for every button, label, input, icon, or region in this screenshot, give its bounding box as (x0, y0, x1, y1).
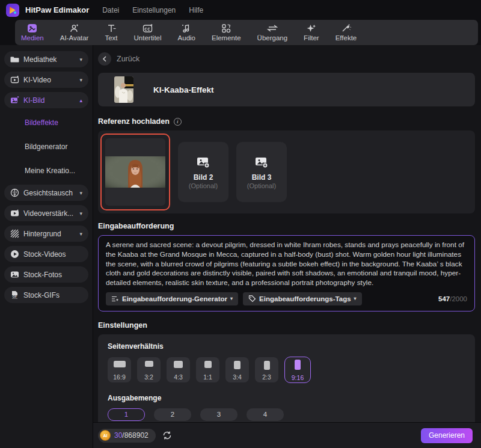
ai-coin-icon: AI (100, 430, 111, 441)
photo-icon (10, 270, 19, 279)
ratio-shape (174, 361, 183, 368)
transition-icon (267, 23, 278, 33)
effect-thumbnail (114, 76, 133, 103)
quantity-heading: Ausgabemenge (108, 394, 465, 402)
upload-slot-3[interactable]: Bild 3 (Optional) (236, 142, 287, 202)
svg-text:GIF: GIF (13, 295, 17, 298)
chevron-down-icon: ▾ (230, 296, 233, 301)
tab-uebergang[interactable]: Übergang (255, 23, 290, 41)
reference-upload-card: Bild 2 (Optional) Bild 3 (Optional) (98, 130, 475, 213)
slot-label: Bild 3 (252, 173, 272, 182)
sidebar-item-bildgenerator[interactable]: Bildgenerator (4, 137, 88, 156)
avatar-icon (69, 23, 79, 33)
refresh-icon[interactable] (162, 431, 172, 440)
ratio-shape (234, 361, 240, 369)
ratio-shape (204, 361, 212, 368)
quantity-2-button[interactable]: 2 (154, 408, 191, 421)
tab-elemente[interactable]: Elemente (209, 23, 244, 41)
menu-datei[interactable]: Datei (102, 6, 119, 14)
video-plus-icon (10, 75, 19, 84)
upload-heading: Referenz hochladen (98, 117, 170, 126)
folder-icon (10, 55, 19, 64)
aspect-ratio-1-1[interactable]: 1:1 (196, 357, 219, 382)
menu-einstellungen[interactable]: Einstellungen (132, 6, 176, 14)
aspect-ratio-3-4[interactable]: 3:4 (225, 357, 249, 382)
tab-untertitel[interactable]: Untertitel (132, 23, 164, 41)
effects-icon (341, 23, 351, 33)
sidebar-item-meine-kreationen[interactable]: Meine Kreatio... (4, 161, 88, 180)
sidebar-item-ki-video[interactable]: KI-Video ▾ (4, 72, 88, 88)
settings-card: Seitenverhältnis 16:9 3:2 4:3 (98, 334, 475, 422)
tab-text[interactable]: Text (102, 23, 120, 41)
sidebar-item-stock-fotos[interactable]: Stock-Fotos (4, 266, 88, 283)
back-button[interactable] (98, 52, 111, 66)
sidebar-item-stock-videos[interactable]: Stock-Videos (4, 246, 88, 262)
tab-ai-avatar[interactable]: AI-Avatar (58, 23, 91, 41)
generate-button[interactable]: Generieren (421, 428, 473, 443)
sidebar-item-ki-bild[interactable]: KI-Bild ▴ (4, 92, 88, 108)
play-circle-icon (10, 250, 19, 259)
selection-highlight (100, 133, 170, 210)
aspect-ratio-4-3[interactable]: 4:3 (167, 357, 190, 382)
credits-counter: 30/868902 (114, 431, 149, 440)
add-image-icon (254, 155, 269, 170)
chevron-down-icon: ▾ (79, 77, 82, 83)
prompt-generator-dropdown[interactable]: Eingabeaufforderung-Generator ▾ (106, 292, 238, 305)
sidebar-item-bildeffekte[interactable]: Bildeffekte (4, 112, 88, 132)
prompt-tags-dropdown[interactable]: Eingabeaufforderungs-Tags ▾ (243, 292, 362, 305)
face-swap-icon (10, 188, 19, 197)
back-label[interactable]: Zurück (117, 55, 139, 63)
menubar: HitPaw Edimakor Datei Einstellungen Hilf… (0, 0, 481, 20)
chevron-down-icon: ▾ (79, 231, 82, 237)
footer-bar: AI 30/868902 Generieren (93, 422, 481, 448)
upload-slot-1-filled[interactable] (105, 138, 165, 206)
sidebar: Mediathek ▾ KI-Video ▾ KI-Bild ▴ Bildeff… (0, 45, 93, 448)
app-logo-icon (6, 4, 19, 17)
aspect-ratio-16-9[interactable]: 16:9 (108, 357, 131, 382)
aspect-ratio-3-2[interactable]: 3:2 (137, 357, 161, 382)
chevron-down-icon: ▾ (354, 296, 357, 301)
upload-slot-2[interactable]: Bild 2 (Optional) (178, 142, 228, 202)
sidebar-item-mediathek[interactable]: Mediathek ▾ (4, 51, 88, 67)
text-icon (106, 23, 117, 33)
quantity-3-button[interactable]: 3 (200, 408, 237, 421)
aspect-ratio-heading: Seitenverhältnis (108, 342, 465, 351)
tab-audio[interactable]: Audio (176, 23, 198, 41)
effect-title: KI-Kaaba-Effekt (153, 85, 214, 94)
ratio-shape (145, 361, 153, 367)
sidebar-item-videoverstaerker[interactable]: Videoverstärk... ▾ (4, 205, 88, 221)
prompt-textarea[interactable]: A serene and sacred scene: a devout pilg… (106, 241, 467, 288)
chevron-down-icon: ▾ (79, 190, 82, 196)
char-counter: 547/2000 (438, 295, 467, 302)
aspect-ratio-2-3[interactable]: 2:3 (255, 357, 278, 382)
slot-sublabel: (Optional) (189, 182, 218, 189)
add-image-icon (196, 155, 210, 170)
gif-icon: GIF (10, 290, 19, 299)
elements-icon (221, 23, 231, 33)
video-enhance-icon (10, 209, 19, 218)
image-plus-icon (10, 96, 19, 105)
tab-effekte[interactable]: Effekte (333, 23, 360, 41)
tab-medien[interactable]: Medien (19, 23, 46, 41)
menu-hilfe[interactable]: Hilfe (189, 6, 203, 14)
quantity-4-button[interactable]: 4 (247, 408, 284, 421)
info-icon[interactable]: i (174, 118, 182, 126)
slot-sublabel: (Optional) (247, 182, 276, 189)
main-toolbar: Medien AI-Avatar Text Untertitel Audio E… (15, 20, 478, 45)
prompt-box: A serene and sacred scene: a devout pilg… (98, 235, 475, 311)
ratio-shape (264, 361, 270, 370)
quantity-1-button[interactable]: 1 (108, 408, 145, 421)
chevron-down-icon: ▾ (79, 210, 82, 216)
credits-pill: AI 30/868902 (98, 429, 156, 443)
subtitle-icon (142, 23, 153, 33)
sidebar-item-gesichtstausch[interactable]: Gesichtstausch ▾ (4, 185, 88, 201)
background-icon (10, 229, 19, 238)
slot-label: Bild 2 (194, 173, 213, 182)
sidebar-item-stock-gifs[interactable]: GIF Stock-GIFs (4, 287, 88, 303)
tag-icon (248, 295, 256, 302)
sidebar-item-hintergrund[interactable]: Hintergrund ▾ (4, 226, 88, 242)
tab-filter[interactable]: Filter (301, 23, 322, 41)
chevron-up-icon: ▴ (79, 97, 82, 103)
aspect-ratio-9-16[interactable]: 9:16 (284, 357, 311, 383)
effect-panel: Zurück KI-Kaaba-Effekt (93, 45, 481, 422)
